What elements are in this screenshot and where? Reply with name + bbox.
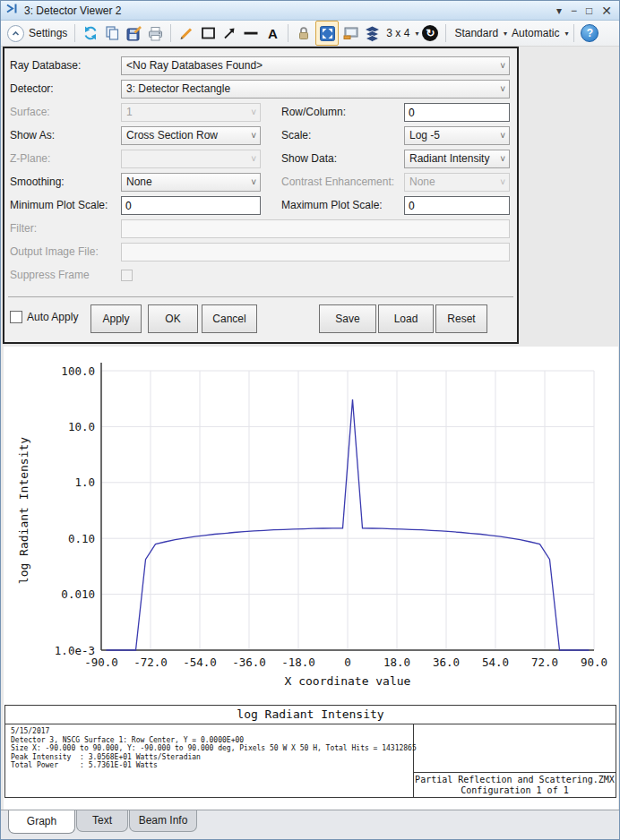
- chevron-down-icon: ˅: [251, 175, 256, 190]
- y-axis-label: log Radiant Intensity: [17, 371, 30, 650]
- info-peak-intensity: Peak Intensity : 3.0568E+01 Watts/Sterad…: [11, 753, 413, 762]
- copy-to-clipboard-icon[interactable]: [340, 22, 360, 44]
- toolbar-separator: [74, 24, 75, 42]
- caret-down-icon: ▾: [415, 30, 418, 38]
- chart-footer-box: log Radiant Intensity 5/15/2017 Detector…: [4, 705, 616, 798]
- x-tick-label: 90.0: [581, 656, 607, 669]
- minimize-button[interactable]: −: [571, 1, 577, 21]
- filter-input: [121, 219, 510, 238]
- tab-beam-info[interactable]: Beam Info: [129, 810, 197, 832]
- automatic-dropdown[interactable]: Automatic ▾: [509, 22, 568, 44]
- show-as-select[interactable]: Cross Section Row ˅: [121, 126, 261, 145]
- minimum-plot-scale-input[interactable]: [121, 196, 261, 215]
- settings-label[interactable]: Settings: [26, 27, 70, 39]
- row-column-label: Row/Column:: [281, 103, 346, 122]
- smoothing-label: Smoothing:: [10, 173, 65, 192]
- auto-apply-label: Auto Apply: [27, 308, 78, 327]
- output-image-file-input: [121, 243, 510, 261]
- x-axis-label: X coordinate value: [101, 674, 594, 688]
- footer-title: log Radiant Intensity: [5, 706, 616, 724]
- toolbar-separator: [288, 24, 288, 42]
- update-arrow-icon: ↻: [422, 25, 438, 41]
- row-column-input[interactable]: [404, 103, 510, 122]
- info-date: 5/15/2017: [11, 727, 413, 736]
- x-tick-label: 54.0: [482, 656, 509, 669]
- minimum-plot-scale-label: Minimum Plot Scale:: [10, 196, 108, 215]
- draw-text-icon[interactable]: A: [263, 22, 282, 44]
- suppress-frame-label: Suppress Frame: [10, 266, 90, 285]
- grid-layout-dropdown[interactable]: 3 x 4 ▾: [383, 22, 418, 44]
- automatic-label: Automatic: [509, 27, 562, 39]
- surface-label: Surface:: [10, 103, 50, 122]
- x-tick-label: 36.0: [433, 656, 460, 669]
- detector-info-block: 5/15/2017 Detector 3, NSCG Surface 1: Ro…: [5, 724, 414, 798]
- window-title: 3: Detector Viewer 2: [24, 4, 556, 17]
- x-tick-label: 72.0: [531, 656, 558, 669]
- layers-icon[interactable]: [362, 22, 382, 44]
- refresh-icon[interactable]: [81, 22, 100, 44]
- chevron-down-icon: ˅: [251, 128, 256, 143]
- ray-database-select[interactable]: <No Ray Databases Found> ˅: [121, 56, 510, 75]
- y-tick-label: 0.010: [61, 587, 95, 601]
- auto-apply-checkbox[interactable]: [10, 311, 22, 323]
- reset-button[interactable]: Reset: [435, 304, 487, 333]
- save-image-icon[interactable]: [124, 22, 143, 44]
- maximum-plot-scale-input[interactable]: [404, 196, 510, 215]
- chevron-up-icon: [7, 25, 24, 42]
- help-button[interactable]: ?: [580, 22, 599, 44]
- chevron-down-icon: ˅: [251, 151, 256, 167]
- toolbar-separator: [573, 24, 574, 42]
- standard-dropdown[interactable]: Standard ▾: [452, 22, 507, 44]
- chevron-down-icon: ˅: [500, 175, 505, 190]
- info-total-power: Total Power : 5.7361E-01 Watts: [11, 761, 413, 770]
- show-as-label: Show As:: [10, 126, 55, 145]
- auto-update-icon[interactable]: ↻: [420, 22, 440, 44]
- maximize-button[interactable]: □: [586, 1, 592, 21]
- ok-button[interactable]: OK: [148, 304, 198, 333]
- scale-select[interactable]: Log -5 ˅: [404, 126, 510, 145]
- x-tick-label: -18.0: [281, 656, 315, 669]
- x-tick-label: -90.0: [84, 656, 118, 669]
- z-plane-label: Z-Plane:: [10, 150, 50, 168]
- chevron-down-icon: ˅: [500, 128, 505, 143]
- filter-label: Filter:: [10, 219, 37, 238]
- cancel-button[interactable]: Cancel: [202, 304, 257, 333]
- x-tick-label: -72.0: [133, 656, 168, 669]
- settings-panel: Ray Database: <No Ray Databases Found> ˅…: [3, 47, 519, 344]
- draw-line-pencil-icon[interactable]: [177, 22, 196, 44]
- chevron-down-icon: ˅: [500, 81, 505, 97]
- settings-collapse-button[interactable]: [5, 22, 25, 44]
- close-button[interactable]: ✕: [601, 1, 612, 21]
- lock-icon[interactable]: [294, 22, 314, 44]
- tab-text[interactable]: Text: [76, 810, 128, 832]
- grid-layout-label: 3 x 4: [383, 27, 412, 39]
- detector-select[interactable]: 3: Detector Rectangle ˅: [121, 80, 510, 99]
- chevron-down-icon: ˅: [251, 105, 256, 120]
- maximum-plot-scale-label: Maximum Plot Scale:: [281, 196, 383, 215]
- y-tick-label: 1.0e-3: [55, 644, 95, 657]
- suppress-frame-checkbox: [121, 270, 133, 281]
- caret-down-icon: ▾: [504, 30, 507, 38]
- fit-window-icon[interactable]: [315, 21, 339, 46]
- copy-icon[interactable]: [102, 22, 122, 44]
- apply-button[interactable]: Apply: [90, 304, 142, 333]
- window-menu-caret[interactable]: ▾: [556, 1, 562, 21]
- draw-arrow-icon[interactable]: [220, 22, 239, 44]
- standard-label: Standard: [452, 27, 501, 39]
- z-plane-select: ˅: [121, 150, 261, 168]
- y-tick-label: 0.10: [68, 532, 95, 545]
- toolbar-separator: [170, 24, 171, 42]
- contrast-enhancement-label: Contrast Enhancement:: [281, 173, 394, 192]
- info-detector: Detector 3, NSCG Surface 1: Row Center, …: [11, 736, 413, 745]
- show-data-label: Show Data:: [281, 150, 337, 168]
- draw-rectangle-icon[interactable]: [198, 22, 218, 44]
- toolbar: Settings A: [1, 21, 619, 47]
- draw-thick-line-icon[interactable]: [241, 22, 261, 44]
- smoothing-select[interactable]: None ˅: [121, 173, 261, 192]
- tab-graph[interactable]: Graph: [8, 810, 75, 834]
- save-button[interactable]: Save: [319, 304, 376, 333]
- load-button[interactable]: Load: [378, 304, 434, 333]
- contrast-enhancement-select: None ˅: [404, 173, 510, 192]
- show-data-select[interactable]: Radiant Intensity ˅: [404, 150, 510, 168]
- print-icon[interactable]: [145, 22, 165, 44]
